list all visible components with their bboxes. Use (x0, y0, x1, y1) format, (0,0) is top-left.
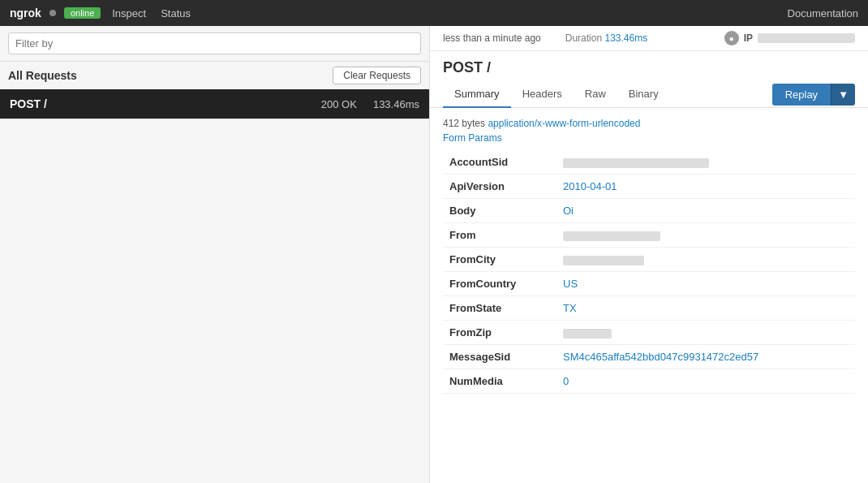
param-key: FromState (443, 296, 556, 321)
param-value (556, 248, 855, 272)
param-value (556, 223, 855, 248)
tab-raw[interactable]: Raw (574, 81, 617, 108)
form-params-label[interactable]: Form Params (443, 132, 855, 144)
user-icon: ● (724, 31, 739, 45)
right-panel: less than a minute ago Duration 133.46ms… (430, 26, 868, 483)
param-value: 2010-04-01 (556, 175, 855, 199)
table-row: AccountSid (443, 150, 855, 175)
requests-header: All Requests Clear Requests (0, 62, 429, 89)
table-row: FromStateTX (443, 296, 855, 321)
online-badge: online (64, 7, 101, 19)
content-type-link[interactable]: application/x-www-form-urlencoded (488, 118, 640, 129)
table-row: FromCity (443, 248, 855, 272)
param-key: NumMedia (443, 369, 556, 394)
table-row: FromZip (443, 321, 855, 345)
param-key: FromCountry (443, 272, 556, 296)
left-panel: All Requests Clear Requests POST / 200 O… (0, 26, 430, 483)
top-nav: ngrok online Inspect Status Documentatio… (0, 0, 868, 26)
request-list: POST / 200 OK 133.46ms (0, 89, 429, 483)
status-link[interactable]: Status (157, 7, 194, 19)
request-status: 200 OK (321, 98, 357, 110)
duration-label: Duration (565, 32, 602, 44)
param-value: US (556, 272, 855, 296)
detail-content: 412 bytes application/x-www-form-urlenco… (430, 108, 868, 483)
param-key: ApiVersion (443, 175, 556, 199)
request-time: less than a minute ago (443, 32, 541, 44)
param-key: AccountSid (443, 150, 556, 175)
param-value: 0 (556, 369, 855, 394)
param-value-blur (563, 329, 612, 339)
table-row: NumMedia0 (443, 369, 855, 394)
param-key: FromCity (443, 248, 556, 272)
param-key: Body (443, 199, 556, 223)
inspect-link[interactable]: Inspect (109, 7, 149, 19)
replay-button[interactable]: Replay (772, 84, 831, 106)
params-table: AccountSidApiVersion2010-04-01BodyOiFrom… (443, 150, 855, 394)
filter-bar (0, 26, 429, 62)
param-value: TX (556, 296, 855, 321)
ip-value (758, 33, 855, 43)
content-size: 412 bytes (443, 118, 488, 129)
param-value (556, 150, 855, 175)
param-value-blur (563, 256, 644, 265)
param-value-blur (563, 231, 660, 241)
param-key: MessageSid (443, 345, 556, 369)
table-row: FromCountryUS (443, 272, 855, 296)
param-value: SM4c465affa542bbd047c9931472c2ed57 (556, 345, 855, 369)
clear-requests-button[interactable]: Clear Requests (333, 67, 421, 84)
main-layout: All Requests Clear Requests POST / 200 O… (0, 26, 868, 483)
param-key: FromZip (443, 321, 556, 345)
ip-label: IP (744, 32, 753, 44)
table-row: ApiVersion2010-04-01 (443, 175, 855, 199)
tab-headers[interactable]: Headers (511, 81, 574, 108)
tabs-bar: Summary Headers Raw Binary Replay ▼ (430, 81, 868, 108)
table-row: From (443, 223, 855, 248)
replay-btn-group: Replay ▼ (772, 84, 855, 106)
request-row[interactable]: POST / 200 OK 133.46ms (0, 89, 429, 119)
filter-input[interactable] (8, 32, 421, 54)
table-row: MessageSidSM4c465affa542bbd047c9931472c2… (443, 345, 855, 369)
detail-title: POST / (430, 51, 868, 81)
tab-binary[interactable]: Binary (617, 81, 670, 108)
duration-value: 133.46ms (604, 32, 647, 44)
param-value: Oi (556, 199, 855, 223)
replay-dropdown-button[interactable]: ▼ (831, 84, 855, 106)
documentation-link[interactable]: Documentation (788, 7, 858, 19)
status-dot (49, 10, 56, 16)
request-method: POST / (10, 97, 321, 110)
tab-summary[interactable]: Summary (443, 81, 511, 108)
brand-logo: ngrok (10, 6, 41, 19)
request-duration: 133.46ms (373, 98, 419, 110)
param-value (556, 321, 855, 345)
detail-header: less than a minute ago Duration 133.46ms… (430, 26, 868, 51)
param-value-blur (563, 158, 709, 168)
table-row: BodyOi (443, 199, 855, 223)
ip-section: ● IP (724, 31, 855, 45)
content-meta: 412 bytes application/x-www-form-urlenco… (443, 118, 855, 129)
param-key: From (443, 223, 556, 248)
requests-title: All Requests (8, 69, 77, 82)
